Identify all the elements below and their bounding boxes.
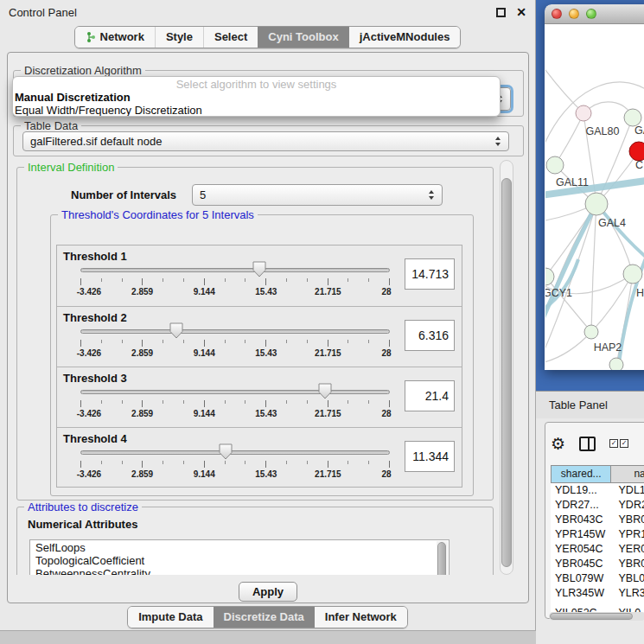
- table-row[interactable]: YBR045C YBR0: [551, 557, 644, 571]
- threshold-row: Threshold 4 -3.426 2.859 9.: [57, 427, 462, 488]
- list-item[interactable]: SelfLoops: [35, 541, 449, 554]
- table-data-combobox[interactable]: galFiltered.sif default node: [22, 131, 509, 151]
- slider-axis-labels: -3.426 2.859 9.144 15.43 21.715 28: [80, 469, 390, 480]
- table-cell[interactable]: YDR2: [612, 498, 644, 513]
- close-icon[interactable]: ✕: [516, 6, 526, 18]
- table-horizontal-scrollbar[interactable]: [549, 612, 644, 621]
- table-row[interactable]: YDR27... YDR2: [551, 498, 644, 513]
- table-panel-body: ⚙ ✓ ✓ shared... na YDL19... YDL1: [536, 418, 644, 644]
- table-cell[interactable]: YLR345W: [551, 586, 612, 601]
- table-row[interactable]: YPR145W YPR1: [551, 527, 644, 542]
- table-cell[interactable]: YBL079W: [551, 571, 612, 586]
- slider-track[interactable]: [80, 329, 390, 334]
- axis-tick-label: 15.43: [255, 409, 277, 418]
- apply-button[interactable]: Apply: [239, 582, 297, 602]
- table-cell[interactable]: YPR1: [612, 527, 644, 542]
- table-row[interactable]: YER054C YER0: [551, 542, 644, 557]
- table-cell[interactable]: YBR043C: [551, 513, 612, 527]
- threshold-value-field[interactable]: 11.344: [405, 441, 455, 472]
- table-cell[interactable]: YDR27...: [551, 498, 612, 513]
- node-label-partial: C: [635, 159, 643, 171]
- slider-track[interactable]: [80, 268, 390, 272]
- node[interactable]: [576, 105, 591, 121]
- table-cell[interactable]: YER0: [612, 542, 644, 557]
- settings-scrollbar[interactable]: [500, 160, 513, 575]
- table-cell[interactable]: YPR145W: [551, 527, 612, 542]
- threshold-slider[interactable]: -3.426 2.859 9.144 15.43 21.715 28: [80, 449, 390, 483]
- table-row[interactable]: YLR345W YLR3: [551, 586, 644, 601]
- tab-style[interactable]: Style: [155, 27, 203, 48]
- float-window-icon[interactable]: [496, 8, 506, 17]
- slider-thumb[interactable]: [318, 383, 332, 399]
- axis-tick-label: -3.426: [77, 469, 101, 479]
- node[interactable]: [609, 358, 623, 370]
- number-of-intervals-combobox[interactable]: 5: [192, 184, 443, 206]
- checkbox-icon: ✓: [620, 439, 628, 448]
- node-hap2[interactable]: [584, 325, 598, 339]
- scrollbar-thumb[interactable]: [501, 178, 512, 567]
- table-cell[interactable]: YBR0: [612, 513, 644, 527]
- minimize-traffic-light-icon[interactable]: [569, 9, 579, 19]
- table-cell[interactable]: YDL19...: [551, 483, 612, 498]
- threshold-row: Threshold 1 -3.426 2.859 9.: [57, 245, 462, 306]
- column-header-shared-name[interactable]: shared...: [551, 465, 611, 483]
- threshold-value-field[interactable]: 21.4: [405, 380, 455, 411]
- table-cell[interactable]: YDL1: [612, 483, 644, 498]
- close-traffic-light-icon[interactable]: [552, 9, 562, 19]
- attributes-list-scrollbar[interactable]: [437, 541, 448, 575]
- node[interactable]: [546, 156, 564, 174]
- tab-cyni-toolbox[interactable]: Cyni Toolbox: [258, 27, 348, 48]
- table-cell[interactable]: YBR0: [612, 557, 644, 571]
- node[interactable]: [624, 109, 641, 126]
- slider-ticks: [80, 278, 390, 285]
- split-panel-icon[interactable]: [579, 437, 596, 451]
- scrollbar-thumb[interactable]: [550, 613, 633, 620]
- top-tab-group: Network Style Select Cyni Toolbox jActiv…: [74, 26, 462, 48]
- list-item[interactable]: BetweennessCentrality: [35, 567, 449, 575]
- network-canvas[interactable]: GAL80 GA C GAL11 GAL4 GCY1 H HAP2: [545, 24, 644, 370]
- algorithm-option-equal-width[interactable]: Equal Width/Frequency Discretization: [13, 104, 500, 117]
- table-row[interactable]: YIL052C YIL0: [551, 606, 644, 612]
- slider-thumb[interactable]: [169, 322, 183, 339]
- threshold-slider[interactable]: -3.426 2.859 9.144 15.43 21.715 28: [80, 388, 390, 423]
- table-header-row: shared... na: [551, 465, 644, 483]
- list-item[interactable]: TopologicalCoefficient: [35, 554, 449, 567]
- table-cell[interactable]: YIL052C: [551, 606, 612, 612]
- tab-select[interactable]: Select: [203, 27, 258, 48]
- threshold-value-field[interactable]: 6.316: [405, 320, 455, 351]
- node-gcy1[interactable]: [545, 268, 554, 285]
- settings-scroll-viewport: Interval Definition Number of Intervals …: [11, 160, 497, 575]
- network-window-titlebar[interactable]: [545, 4, 644, 24]
- zoom-traffic-light-icon[interactable]: [586, 9, 596, 19]
- table-row[interactable]: YBR043C YBR0: [551, 513, 644, 527]
- scrollbar-thumb[interactable]: [437, 542, 446, 575]
- algorithm-option-manual[interactable]: Manual Discretization: [13, 91, 500, 104]
- combo-spinner-icon: [494, 137, 502, 146]
- tab-jactivemnodules[interactable]: jActiveMNodules: [349, 27, 461, 48]
- tab-impute-data[interactable]: Impute Data: [128, 607, 213, 628]
- threshold-value-field[interactable]: 14.713: [405, 258, 455, 290]
- node-selected-red[interactable]: [629, 142, 644, 161]
- tab-infer-network[interactable]: Infer Network: [315, 607, 407, 628]
- table-cell[interactable]: YER054C: [551, 542, 612, 557]
- table-cell[interactable]: YLR3: [612, 586, 644, 601]
- tab-network[interactable]: Network: [75, 27, 155, 48]
- axis-tick-label: 28: [382, 469, 392, 479]
- select-columns-icon[interactable]: ✓ ✓: [609, 439, 628, 448]
- table-cell[interactable]: YBR045C: [551, 557, 612, 571]
- threshold-slider[interactable]: -3.426 2.859 9.144 15.43 21.715 28: [80, 328, 390, 362]
- slider-thumb[interactable]: [252, 261, 266, 277]
- slider-track[interactable]: [80, 390, 390, 394]
- table-row[interactable]: YBL079W YBL0: [551, 571, 644, 586]
- column-header-name[interactable]: na: [611, 465, 644, 483]
- tab-discretize-data[interactable]: Discretize Data: [214, 607, 315, 628]
- table-row[interactable]: YDL19... YDL1: [551, 483, 644, 498]
- node-gal4[interactable]: [585, 193, 608, 215]
- gear-icon[interactable]: ⚙: [551, 436, 565, 452]
- node[interactable]: [623, 265, 642, 284]
- threshold-slider[interactable]: -3.426 2.859 9.144 15.43 21.715 28: [80, 266, 390, 301]
- slider-thumb[interactable]: [219, 443, 233, 460]
- table-cell[interactable]: YIL0: [612, 606, 644, 612]
- table-cell[interactable]: YBL0: [612, 571, 644, 586]
- slider-track[interactable]: [80, 450, 390, 455]
